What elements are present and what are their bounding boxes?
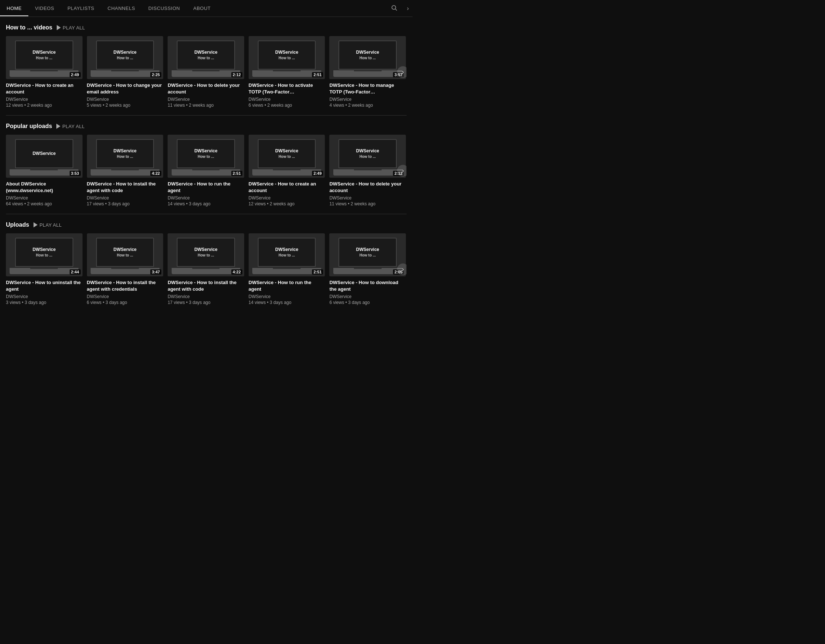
laptop-logo: DWServiceHow to ... (195, 50, 218, 60)
laptop-logo: DWServiceHow to ... (356, 50, 379, 60)
laptop-base (91, 268, 159, 274)
play-icon (56, 124, 60, 129)
video-title: DWService - How to delete your account (329, 181, 406, 194)
video-channel[interactable]: DWService (87, 97, 164, 102)
video-thumbnail: DWServiceHow to ...2:12 (168, 36, 244, 79)
video-card[interactable]: DWServiceHow to ...2:05DWService - How t… (329, 233, 406, 305)
video-card[interactable]: DWServiceHow to ...2:51DWService - How t… (249, 36, 325, 108)
nav-more-icon[interactable]: › (403, 1, 412, 16)
next-arrow-button[interactable]: › (397, 66, 406, 78)
video-channel[interactable]: DWService (249, 294, 325, 299)
video-card[interactable]: DWServiceHow to ...2:51DWService - How t… (249, 233, 325, 305)
video-thumbnail: DWServiceHow to ...2:51 (168, 135, 244, 178)
video-channel[interactable]: DWService (6, 97, 82, 102)
video-meta: 5 views • 2 weeks ago (87, 103, 164, 108)
play-all-button[interactable]: PLAY ALL (57, 25, 85, 31)
laptop-logo: DWServiceHow to ... (356, 148, 379, 159)
laptop-base (9, 169, 79, 176)
next-arrow-button[interactable]: › (397, 165, 406, 177)
video-card[interactable]: DWServiceHow to ...2:12DWService - How t… (329, 135, 406, 206)
video-thumbnail: DWServiceHow to ...4:22 (168, 233, 244, 276)
laptop-screen: DWServiceHow to ... (96, 40, 154, 69)
video-title: DWService - How to delete your account (168, 82, 244, 95)
video-channel[interactable]: DWService (168, 97, 244, 102)
video-card[interactable]: DWServiceHow to ...4:22DWService - How t… (87, 135, 164, 206)
video-thumbnail: DWServiceHow to ...2:12 (329, 135, 406, 178)
laptop-base (252, 268, 321, 274)
laptop-logo: DWServiceHow to ... (113, 148, 137, 159)
laptop-logo: DWServiceHow to ... (113, 247, 137, 257)
section-header: How to ... videosPLAY ALL (6, 24, 406, 31)
video-thumbnail: DWService3:53 (6, 135, 82, 178)
video-channel[interactable]: DWService (168, 196, 244, 200)
laptop-logo: DWServiceHow to ... (275, 148, 298, 159)
video-channel[interactable]: DWService (329, 294, 406, 299)
video-title: DWService - How to install the agent wit… (168, 279, 244, 293)
nav-tab-home[interactable]: HOME (0, 0, 28, 16)
laptop-base (171, 169, 241, 176)
search-icon[interactable] (385, 0, 403, 17)
nav-bar: HOMEVIDEOSPLAYLISTSCHANNELSDISCUSSIONABO… (0, 0, 412, 17)
video-channel[interactable]: DWService (87, 196, 164, 200)
video-channel[interactable]: DWService (168, 294, 244, 299)
section-header: UploadsPLAY ALL (6, 222, 406, 228)
nav-tab-discussion[interactable]: DISCUSSION (142, 0, 187, 16)
video-channel[interactable]: DWService (249, 196, 325, 200)
video-title: DWService - How to install the agent wit… (87, 279, 164, 293)
play-all-button[interactable]: PLAY ALL (34, 222, 62, 228)
play-icon (34, 222, 37, 227)
video-thumbnail: DWServiceHow to ...2:51 (249, 36, 325, 79)
video-card[interactable]: DWServiceHow to ...2:25DWService - How t… (87, 36, 164, 108)
video-channel[interactable]: DWService (329, 97, 406, 102)
video-card[interactable]: DWServiceHow to ...2:49⏰☰⋮DWService - Ho… (249, 135, 325, 206)
nav-tab-playlists[interactable]: PLAYLISTS (61, 0, 101, 16)
video-row: DWServiceHow to ...2:49DWService - How t… (6, 36, 406, 108)
laptop-base (171, 70, 241, 77)
video-title: DWService - How to download the agent (329, 279, 406, 293)
add-to-playlist-icon[interactable]: ☰ (312, 149, 323, 159)
video-channel[interactable]: DWService (329, 196, 406, 200)
section-popular-uploads: Popular uploadsPLAY ALLDWService3:53Abou… (0, 116, 412, 206)
play-all-label: PLAY ALL (63, 25, 85, 31)
nav-tab-about[interactable]: ABOUT (187, 0, 217, 16)
video-title: DWService - How to install the agent wit… (87, 181, 164, 194)
laptop-logo: DWService (32, 151, 56, 157)
video-card[interactable]: DWServiceHow to ...2:44DWService - How t… (6, 233, 82, 305)
video-thumbnail: DWServiceHow to ...4:22 (87, 135, 164, 178)
video-card[interactable]: DWServiceHow to ...4:22DWService - How t… (168, 233, 244, 305)
video-meta: 11 views • 2 weeks ago (329, 201, 406, 206)
video-channel[interactable]: DWService (6, 294, 82, 299)
video-duration: 3:47 (150, 270, 161, 274)
video-channel[interactable]: DWService (6, 196, 82, 200)
video-title: DWService - How to change your email add… (87, 82, 164, 95)
video-channel[interactable]: DWService (249, 97, 325, 102)
play-icon (57, 25, 61, 30)
video-card[interactable]: DWService3:53About DWService (www.dwserv… (6, 135, 82, 206)
video-channel[interactable]: DWService (87, 294, 164, 299)
laptop-logo: DWServiceHow to ... (32, 247, 56, 257)
laptop-screen: DWServiceHow to ... (258, 238, 316, 267)
svg-line-1 (395, 9, 397, 11)
video-card[interactable]: DWServiceHow to ...2:51DWService - How t… (168, 135, 244, 206)
video-duration: 3:53 (70, 171, 81, 176)
nav-tab-videos[interactable]: VIDEOS (28, 0, 61, 16)
laptop-screen: DWServiceHow to ... (177, 139, 235, 168)
laptop-base (333, 268, 402, 274)
laptop-base (91, 70, 159, 77)
video-thumbnail: DWServiceHow to ...2:05 (329, 233, 406, 276)
video-title: DWService - How to create an account (6, 82, 82, 95)
video-duration: 2:51 (231, 171, 243, 176)
next-arrow-button[interactable]: › (397, 263, 406, 275)
section-title: Popular uploads (6, 123, 52, 129)
laptop-screen: DWServiceHow to ... (338, 139, 397, 168)
video-card[interactable]: DWServiceHow to ...3:47DWService - How t… (87, 233, 164, 305)
watch-later-icon[interactable]: ⏰ (312, 137, 323, 147)
laptop-base (252, 70, 321, 77)
nav-tab-channels[interactable]: CHANNELS (101, 0, 142, 16)
video-card[interactable]: DWServiceHow to ...2:12DWService - How t… (168, 36, 244, 108)
video-card[interactable]: DWServiceHow to ...2:49DWService - How t… (6, 36, 82, 108)
play-all-button[interactable]: PLAY ALL (56, 124, 84, 129)
video-meta: 64 views • 2 weeks ago (6, 201, 82, 206)
section-how-to-videos: How to ... videosPLAY ALLDWServiceHow to… (0, 17, 412, 108)
video-card[interactable]: DWServiceHow to ...3:57DWService - How t… (329, 36, 406, 108)
